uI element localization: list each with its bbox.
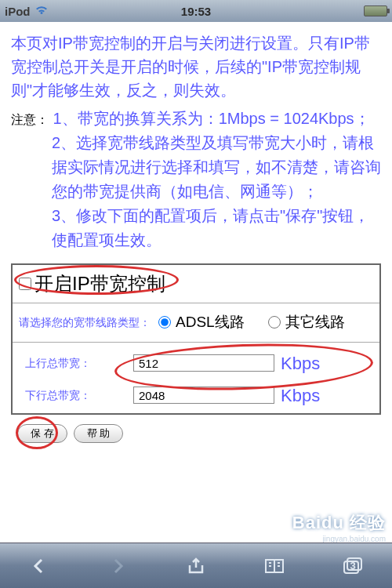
page-content: 本页对IP带宽控制的开启与关闭进行设置。只有IP带宽控制总开关是开启的时候，后续… (0, 22, 392, 457)
note-1: 1、带宽的换算关系为：1Mbps = 1024Kbps； (53, 110, 370, 127)
watermark: Baidu 经验 jingyan.baidu.com (284, 511, 386, 543)
unit-label: Kbps (281, 350, 320, 376)
tab-count: 3 (350, 559, 355, 571)
device-label: iPod (5, 5, 31, 18)
line-type-label: 请选择您的宽带线路类型： (19, 314, 151, 331)
bandwidth-form: 开启IP带宽控制 请选择您的宽带线路类型： ADSL线路 其它线路 上行总带宽：… (11, 263, 381, 415)
tabs-button[interactable]: 3 (333, 550, 372, 582)
downstream-label: 下行总带宽： (25, 387, 127, 404)
clock: 19:53 (181, 5, 211, 18)
browser-toolbar: 3 (0, 543, 392, 588)
intro-text: 本页对IP带宽控制的开启与关闭进行设置。只有IP带宽控制总开关是开启的时候，后续… (11, 31, 381, 102)
upstream-label: 上行总带宽： (25, 355, 127, 372)
battery-icon (364, 5, 387, 16)
note-2: 2、选择宽带线路类型及填写带宽大小时，请根据实际情况进行选择和填写，如不清楚，请… (11, 131, 381, 204)
unit-label: Kbps (281, 383, 320, 408)
radio-adsl[interactable]: ADSL线路 (158, 311, 245, 334)
enable-label: 开启IP带宽控制 (34, 270, 165, 298)
radio-other[interactable]: 其它线路 (268, 311, 345, 334)
help-button[interactable]: 帮 助 (74, 424, 124, 443)
forward-button[interactable] (98, 550, 137, 582)
upstream-input[interactable] (133, 354, 274, 372)
note-3: 3、修改下面的配置项后，请点击"保存"按钮，使配置项生效。 (11, 204, 381, 252)
note-label: 注意： (11, 113, 49, 126)
share-button[interactable] (176, 550, 216, 582)
enable-ip-bandwidth-checkbox[interactable] (19, 278, 31, 290)
bookmarks-button[interactable] (255, 550, 294, 582)
wifi-icon (34, 5, 49, 18)
back-button[interactable] (20, 550, 59, 582)
downstream-input[interactable] (133, 387, 274, 404)
save-button[interactable]: 保 存 (17, 424, 67, 443)
status-bar: iPod 19:53 (0, 0, 392, 22)
